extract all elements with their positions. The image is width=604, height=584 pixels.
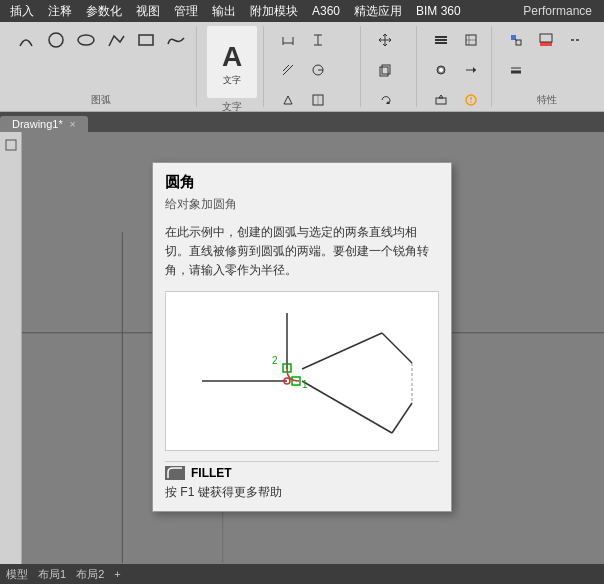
menu-insert[interactable]: 插入 (4, 1, 40, 22)
ribbon-group-text: A 文字 文字 (201, 26, 264, 107)
menu-performance[interactable]: Performance (515, 2, 600, 20)
tool-move[interactable] (371, 26, 399, 54)
group-label-arc: 图弧 (91, 91, 111, 107)
tab-close-icon[interactable]: × (70, 119, 76, 130)
tool-layer3[interactable] (427, 56, 455, 84)
tool-layer1[interactable] (427, 26, 455, 54)
tool-arc[interactable] (12, 26, 40, 54)
svg-rect-57 (540, 42, 552, 46)
fillet-small-icon (165, 466, 185, 480)
canvas-area: 圆角 给对象加圆角 在此示例中，创建的圆弧与选定的两条直线均相切。直线被修剪到圆… (22, 132, 604, 564)
dim-tools (274, 26, 354, 112)
svg-point-0 (49, 33, 63, 47)
tool-dim5[interactable] (274, 86, 302, 112)
tool-copy[interactable] (371, 56, 399, 84)
layer-tools (427, 26, 485, 112)
status-bar: 模型 布局1 布局2 + (0, 564, 604, 584)
tool-dim3[interactable] (274, 56, 302, 84)
viewport-tab-drawing1[interactable]: Drawing1* × (0, 116, 88, 132)
svg-point-53 (470, 101, 472, 103)
tool-lineweight[interactable] (502, 56, 530, 84)
svg-text:2: 2 (272, 355, 278, 366)
tooltip-panel: 圆角 给对象加圆角 在此示例中，创建的圆弧与选定的两条直线均相切。直线被修剪到圆… (152, 162, 452, 512)
menu-a360[interactable]: A360 (306, 2, 346, 20)
svg-text:1: 1 (302, 379, 308, 390)
menu-parametric[interactable]: 参数化 (80, 1, 128, 22)
tool-layer4[interactable] (457, 56, 485, 84)
svg-rect-40 (435, 39, 447, 41)
svg-rect-66 (172, 293, 432, 448)
tool-text-label: 文字 (223, 74, 241, 87)
svg-rect-58 (540, 34, 552, 42)
f1-hint: 按 F1 键获得更多帮助 (165, 484, 439, 501)
tooltip-body: 在此示例中，创建的圆弧与选定的两条直线均相切。直线被修剪到圆弧的两端。要创建一个… (165, 223, 439, 281)
fillet-illustration: 1 2 (172, 293, 432, 448)
tooltip-image: 1 2 (165, 291, 439, 451)
menu-addins[interactable]: 附加模块 (244, 1, 304, 22)
tool-color[interactable] (532, 26, 560, 54)
group-label-text: 文字 (222, 98, 242, 112)
svg-line-56 (515, 39, 517, 41)
tool-layer2[interactable] (457, 26, 485, 54)
svg-point-1 (78, 35, 94, 45)
tool-circle[interactable] (42, 26, 70, 54)
tool-spline[interactable] (162, 26, 190, 54)
modify-tools: 圆角 (371, 26, 410, 112)
sidebar-tool-1[interactable] (2, 136, 20, 154)
tab-label: Drawing1* (12, 118, 63, 130)
ribbon-group-draw: 图弧 (6, 26, 197, 107)
tool-dim2[interactable] (304, 26, 332, 54)
menu-manage[interactable]: 管理 (168, 1, 204, 22)
svg-text:A: A (222, 41, 242, 72)
tool-text-big[interactable]: A 文字 (207, 26, 257, 98)
tool-ellipse[interactable] (72, 26, 100, 54)
svg-rect-49 (436, 98, 446, 104)
tool-rect[interactable] (132, 26, 160, 54)
text-tools: A 文字 (207, 26, 257, 98)
menu-bar: 插入 注释 参数化 视图 管理 输出 附加模块 A360 精选应用 BIM 36… (0, 0, 604, 22)
svg-rect-16 (382, 65, 390, 74)
tool-dim6[interactable] (304, 86, 332, 112)
group-label-props: 特性 (537, 91, 557, 107)
ribbon-group-props: 特性 (496, 26, 598, 107)
ribbon-group-modify: 圆角 修改 (365, 26, 417, 107)
ribbon-group-layer: 图层 (421, 26, 492, 107)
tool-layer6[interactable] (457, 86, 485, 112)
tool-linetype[interactable] (562, 26, 590, 54)
ribbon-toolbar: 图弧 A 文字 文字 (0, 22, 604, 112)
tool-layer5[interactable] (427, 86, 455, 112)
tool-polyline[interactable] (102, 26, 130, 54)
viewport-tabs: Drawing1* × (0, 112, 604, 132)
menu-featured[interactable]: 精选应用 (348, 1, 408, 22)
tool-dim4[interactable] (304, 56, 332, 84)
tooltip-title: 圆角 (165, 173, 439, 192)
tooltip-footer: FILLET (165, 461, 439, 480)
tool-rotate[interactable] (371, 86, 399, 112)
svg-rect-41 (435, 42, 447, 44)
svg-marker-50 (439, 95, 443, 98)
svg-rect-15 (380, 67, 388, 76)
ribbon-group-dim: 标注 (268, 26, 361, 107)
status-add-layout[interactable]: + (114, 568, 120, 580)
svg-rect-39 (435, 36, 447, 38)
menu-bim360[interactable]: BIM 360 (410, 2, 467, 20)
svg-marker-48 (473, 67, 476, 73)
menu-output[interactable]: 输出 (206, 1, 242, 22)
status-layout2[interactable]: 布局2 (76, 567, 104, 582)
tool-dim1[interactable] (274, 26, 302, 54)
draw-tools (12, 26, 190, 56)
status-model[interactable]: 模型 (6, 567, 28, 582)
menu-view[interactable]: 视图 (130, 1, 166, 22)
svg-point-46 (439, 68, 443, 72)
fillet-command-label: FILLET (191, 466, 232, 480)
tooltip-subtitle: 给对象加圆角 (165, 196, 439, 213)
left-sidebar (0, 132, 22, 564)
tool-match[interactable] (502, 26, 530, 54)
svg-rect-62 (6, 140, 16, 150)
menu-annotate[interactable]: 注释 (42, 1, 78, 22)
svg-rect-2 (139, 35, 153, 45)
props-tools (502, 26, 592, 84)
status-layout1[interactable]: 布局1 (38, 567, 66, 582)
